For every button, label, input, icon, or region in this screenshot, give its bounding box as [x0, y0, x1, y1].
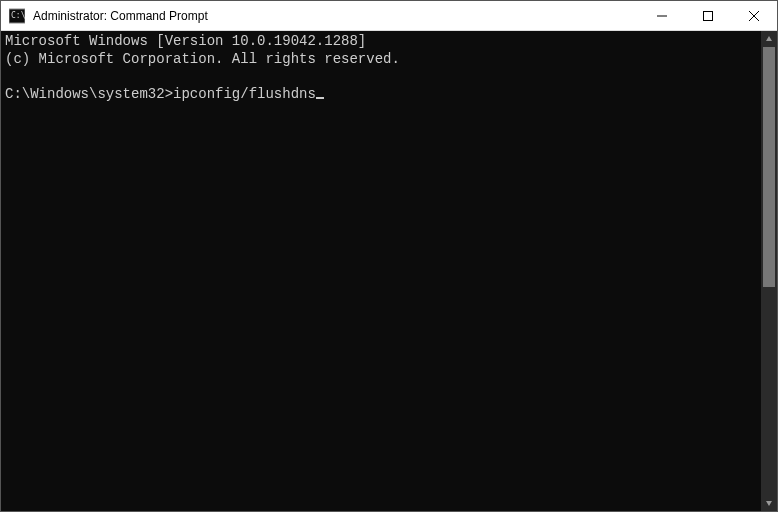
- svg-marker-7: [766, 501, 772, 506]
- svg-marker-6: [766, 36, 772, 41]
- maximize-button[interactable]: [685, 1, 731, 30]
- scroll-up-arrow-icon[interactable]: [761, 31, 777, 47]
- scroll-thumb[interactable]: [763, 47, 775, 287]
- terminal-output[interactable]: Microsoft Windows [Version 10.0.19042.12…: [1, 31, 761, 511]
- cmd-icon: C:\: [9, 8, 25, 24]
- window-controls: [639, 1, 777, 30]
- close-button[interactable]: [731, 1, 777, 30]
- minimize-button[interactable]: [639, 1, 685, 30]
- titlebar[interactable]: C:\ Administrator: Command Prompt: [1, 1, 777, 31]
- svg-text:C:\: C:\: [11, 11, 25, 20]
- text-cursor: [316, 97, 324, 99]
- window-title: Administrator: Command Prompt: [31, 9, 639, 23]
- command-input[interactable]: ipconfig/flushdns: [173, 86, 316, 102]
- version-line: Microsoft Windows [Version 10.0.19042.12…: [5, 33, 366, 49]
- copyright-line: (c) Microsoft Corporation. All rights re…: [5, 51, 400, 67]
- scroll-down-arrow-icon[interactable]: [761, 495, 777, 511]
- prompt-text: C:\Windows\system32>: [5, 86, 173, 102]
- svg-rect-3: [704, 11, 713, 20]
- terminal-area: Microsoft Windows [Version 10.0.19042.12…: [1, 31, 777, 511]
- vertical-scrollbar[interactable]: [761, 31, 777, 511]
- command-prompt-window: C:\ Administrator: Command Prompt Micros…: [0, 0, 778, 512]
